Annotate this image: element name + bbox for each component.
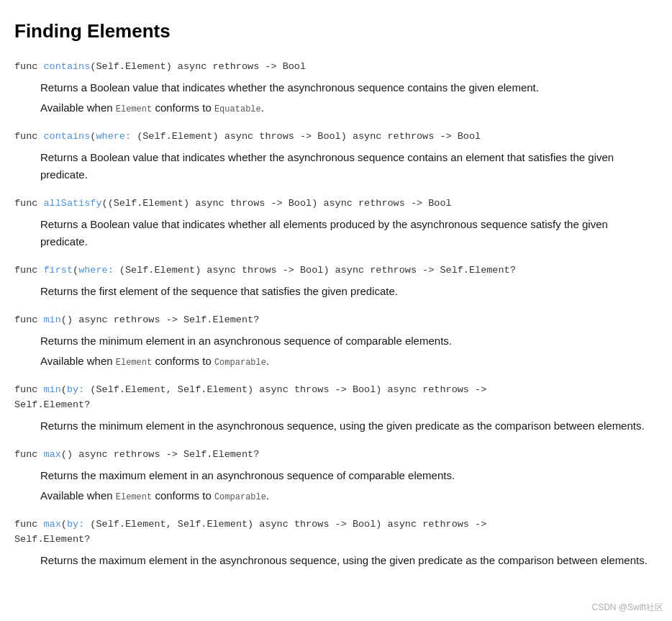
signature-rest: () async rethrows -> Self.Element? [61,449,259,460]
keyword: func [14,449,44,460]
description-text: Returns the minimum element in the async… [40,417,658,435]
func-signature-min-by: func min(by: (Self.Element, Self.Element… [14,383,658,413]
func-signature-max: func max() async rethrows -> Self.Elemen… [14,448,658,463]
func-block-contains: func contains(Self.Element) async rethro… [14,60,658,117]
func-description-min-by: Returns the minimum element in the async… [40,417,658,435]
func-description-first-where: Returns the first element of the sequenc… [40,283,658,300]
func-signature-first-where: func first(where: (Self.Element) async t… [14,263,658,278]
func-block-min-by: func min(by: (Self.Element, Self.Element… [14,383,658,435]
signature-rest: (Self.Element) async throws -> Bool) asy… [131,131,481,142]
func-description-allsatisfy: Returns a Boolean value that indicates w… [40,216,658,250]
signature-rest: (Self.Element, Self.Element) async throw… [14,519,486,545]
paren-open: ( [61,519,67,530]
func-description-max-by: Returns the maximum element in the async… [40,552,658,569]
description-text: Returns the maximum element in an asynch… [40,467,658,484]
description-text: Returns the maximum element in the async… [40,552,658,569]
func-signature-contains-where: func contains(where: (Self.Element) asyn… [14,130,658,145]
fname[interactable]: min [44,314,61,325]
func-description-min: Returns the minimum element in an asynch… [40,332,658,370]
keyword: func [14,519,44,530]
func-block-max-by: func max(by: (Self.Element, Self.Element… [14,517,658,569]
fname[interactable]: contains [44,131,91,142]
param-label: where: [96,131,131,142]
func-block-first-where: func first(where: (Self.Element) async t… [14,263,658,300]
keyword: func [14,61,44,72]
signature-rest: (Self.Element) async throws -> Bool) asy… [114,265,516,276]
func-signature-min: func min() async rethrows -> Self.Elemen… [14,313,658,328]
paren-open: ( [61,384,67,395]
page-title: Finding Elements [14,17,658,45]
availability-text: Available when Element conforms to Compa… [40,487,658,504]
description-text: Returns a Boolean value that indicates w… [40,79,658,96]
fname[interactable]: contains [44,61,91,72]
paren-open: ( [73,265,78,276]
availability-text: Available when Element conforms to Equat… [40,99,658,117]
func-block-max: func max() async rethrows -> Self.Elemen… [14,448,658,504]
description-text: Returns a Boolean value that indicates w… [40,149,658,183]
description-text: Returns the first element of the sequenc… [40,283,658,300]
func-block-min: func min() async rethrows -> Self.Elemen… [14,313,658,370]
keyword: func [14,384,44,395]
func-block-contains-where: func contains(where: (Self.Element) asyn… [14,130,658,183]
func-signature-allsatisfy: func allSatisfy((Self.Element) async thr… [14,196,658,212]
description-text: Returns the minimum element in an asynch… [40,332,658,350]
signature-rest: (Self.Element, Self.Element) async throw… [14,384,486,410]
param-label: by: [67,384,84,395]
description-text: Returns a Boolean value that indicates w… [40,216,658,250]
fname[interactable]: first [44,265,73,276]
keyword: func [14,131,44,142]
availability-text: Available when Element conforms to Compa… [40,353,658,370]
func-description-max: Returns the maximum element in an asynch… [40,467,658,504]
param-label: by: [67,519,84,530]
fname[interactable]: min [44,384,61,395]
signature-rest: () async rethrows -> Self.Element? [61,314,259,325]
func-block-allsatisfy: func allSatisfy((Self.Element) async thr… [14,196,658,250]
signature-rest: ((Self.Element) async throws -> Bool) as… [102,198,452,209]
fname[interactable]: allSatisfy [44,198,102,209]
signature-rest: (Self.Element) async rethrows -> Bool [90,61,306,72]
fname[interactable]: max [44,449,61,460]
func-description-contains: Returns a Boolean value that indicates w… [40,79,658,117]
watermark: CSDN @Swift社区 [591,601,663,611]
keyword: func [14,265,44,276]
func-signature-contains: func contains(Self.Element) async rethro… [14,60,658,75]
fname[interactable]: max [44,519,61,530]
func-description-contains-where: Returns a Boolean value that indicates w… [40,149,658,183]
param-label: where: [78,265,114,276]
keyword: func [14,198,44,209]
keyword: func [14,314,44,325]
func-signature-max-by: func max(by: (Self.Element, Self.Element… [14,517,658,548]
